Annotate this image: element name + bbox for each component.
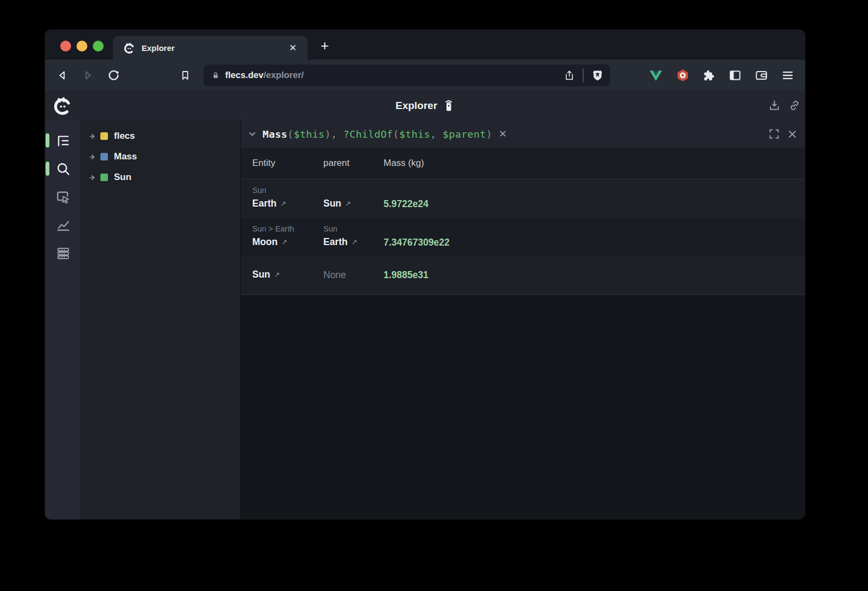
address-bar[interactable]: flecs.dev/explorer/: [203, 65, 610, 86]
sidebar-item-statistics[interactable]: [45, 213, 81, 237]
query-token: (: [393, 129, 399, 140]
tab-title: Explorer: [142, 43, 286, 53]
open-entity-icon[interactable]: ↗: [352, 238, 358, 246]
close-window-button[interactable]: [60, 41, 71, 52]
entity-link[interactable]: Earth↗: [252, 196, 323, 211]
active-panel-indicator: [46, 133, 49, 147]
query-search-icon: [56, 162, 71, 176]
query-token: $this: [293, 129, 324, 140]
flecs-favicon: [123, 42, 135, 54]
entity-path: Sun: [323, 223, 384, 235]
query-token: (: [288, 129, 293, 140]
tree-item-Mass[interactable]: Mass: [81, 146, 240, 167]
hexagon-extension-icon[interactable]: [676, 68, 690, 82]
browser-tab-explorer[interactable]: Explorer ✕: [113, 36, 308, 60]
sidebar-item-inspect[interactable]: [45, 185, 81, 209]
vue-devtools-icon[interactable]: [649, 69, 663, 82]
parent-none-label: None: [323, 268, 384, 282]
sidebar-item-entity-tree[interactable]: [45, 129, 81, 152]
entity-color-swatch: [100, 153, 108, 160]
open-entity-icon[interactable]: ↗: [282, 238, 288, 246]
entity-link[interactable]: Sun↗: [323, 196, 384, 211]
expand-arrow-icon[interactable]: [89, 153, 97, 161]
query-text[interactable]: Mass($this), ?ChildOf($this, $parent): [263, 129, 492, 140]
query-token: $parent: [443, 129, 486, 140]
results-header: EntityparentMass (kg): [241, 147, 805, 179]
extensions-puzzle-icon[interactable]: [703, 69, 716, 82]
extension-icons: [649, 68, 794, 82]
fullscreen-icon[interactable]: [769, 129, 780, 139]
expand-arrow-icon[interactable]: [89, 174, 97, 182]
panel-icon-bar: [45, 120, 81, 519]
lock-icon: [211, 70, 220, 80]
tab-close-icon[interactable]: ✕: [286, 41, 300, 55]
column-header: Mass (kg): [384, 158, 805, 169]
open-entity-icon[interactable]: ↗: [345, 200, 351, 208]
download-icon[interactable]: [768, 99, 781, 112]
mass-value: 5.9722e24: [384, 197, 805, 211]
entity-link[interactable]: Sun↗: [252, 267, 323, 282]
entity-tree-panel: flecsMassSun: [81, 120, 241, 519]
flecs-logo: [52, 95, 72, 116]
query-token: ,: [430, 129, 443, 140]
tree-item-label: flecs: [114, 131, 135, 142]
entity-path: Sun: [252, 185, 323, 196]
tab-bar: Explorer ✕ +: [45, 30, 805, 60]
sidebar-toggle-icon[interactable]: [729, 69, 742, 82]
wallet-icon[interactable]: [755, 69, 768, 82]
entity-path: [323, 185, 384, 196]
url-path: /explorer/: [264, 70, 304, 80]
page-title: Explorer: [395, 100, 437, 112]
chevron-down-icon[interactable]: [247, 129, 257, 139]
entity-link[interactable]: Earth↗: [323, 235, 384, 250]
tree-item-flecs[interactable]: flecs: [81, 126, 240, 146]
entity-color-swatch: [100, 132, 108, 140]
expand-arrow-icon[interactable]: [89, 132, 97, 140]
open-entity-icon[interactable]: ↗: [280, 200, 286, 208]
query-token: $this: [399, 129, 430, 140]
explorer-header: Explorer: [45, 91, 805, 120]
menu-icon[interactable]: [781, 69, 794, 82]
query-bar: Mass($this), ?ChildOf($this, $parent) ✕: [241, 120, 805, 147]
forward-button[interactable]: [81, 69, 94, 82]
query-clear-icon[interactable]: ✕: [499, 128, 507, 140]
table-row: SunEarth↗Sun↗5.9722e24: [241, 179, 805, 218]
entity-link[interactable]: Moon↗: [252, 235, 323, 250]
tree-item-label: Sun: [114, 172, 131, 183]
back-button[interactable]: [56, 69, 69, 82]
query-token: ): [486, 129, 492, 140]
statistics-icon: [56, 218, 71, 233]
brave-shield-icon[interactable]: [591, 69, 604, 82]
sidebar-item-journal[interactable]: [45, 241, 81, 265]
entity-tree-icon: [56, 133, 71, 148]
results-body: SunEarth↗Sun↗5.9722e24Sun > EarthMoon↗Su…: [241, 179, 805, 295]
tree-item-Sun[interactable]: Sun: [81, 167, 240, 188]
new-tab-button[interactable]: +: [316, 38, 333, 53]
connection-remote-icon[interactable]: [443, 99, 455, 112]
column-header: parent: [323, 158, 384, 169]
sidebar-item-query[interactable]: [45, 157, 81, 181]
open-entity-icon[interactable]: ↗: [274, 271, 280, 279]
journal-icon: [56, 246, 71, 261]
tree-item-label: Mass: [114, 151, 137, 162]
query-panel: Mass($this), ?ChildOf($this, $parent) ✕ …: [241, 120, 805, 519]
link-icon[interactable]: [788, 99, 801, 112]
close-panel-icon[interactable]: [787, 129, 797, 139]
query-token: ,: [331, 129, 343, 140]
reload-button[interactable]: [107, 69, 120, 82]
table-row: Sun > EarthMoon↗SunEarth↗7.34767309e22: [241, 218, 805, 256]
share-icon[interactable]: [564, 69, 575, 81]
query-token: ?ChildOf: [343, 129, 393, 140]
entity-path: Sun > Earth: [252, 223, 323, 235]
active-panel-indicator: [46, 162, 49, 176]
traffic-lights: [60, 41, 104, 52]
column-header: Entity: [252, 158, 323, 169]
query-token: Mass: [263, 129, 288, 140]
zoom-window-button[interactable]: [93, 41, 104, 52]
bookmark-icon[interactable]: [178, 69, 192, 82]
inspect-icon: [56, 190, 71, 204]
entity-color-swatch: [100, 174, 108, 181]
url-domain: flecs.dev: [225, 70, 264, 80]
table-row: Sun↗None1.9885e31: [241, 256, 805, 294]
minimize-window-button[interactable]: [76, 41, 87, 52]
